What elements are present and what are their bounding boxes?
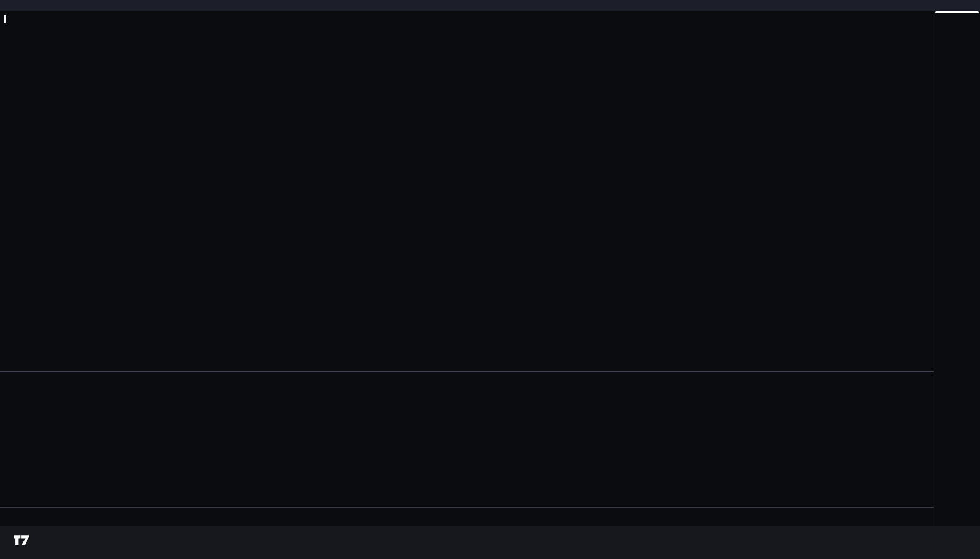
chart-legend[interactable]	[4, 14, 9, 24]
time-axis[interactable]	[0, 507, 934, 526]
price-axis[interactable]	[934, 11, 980, 526]
tradingview-logo-icon	[14, 535, 30, 546]
tradingview-logo[interactable]	[14, 535, 35, 546]
current-price-label	[935, 11, 979, 13]
chart-canvas[interactable]	[0, 0, 980, 559]
footer-bar	[0, 526, 980, 559]
tradingview-snapshot	[0, 0, 980, 559]
series-marker	[4, 15, 6, 23]
pane-divider[interactable]	[0, 371, 934, 372]
